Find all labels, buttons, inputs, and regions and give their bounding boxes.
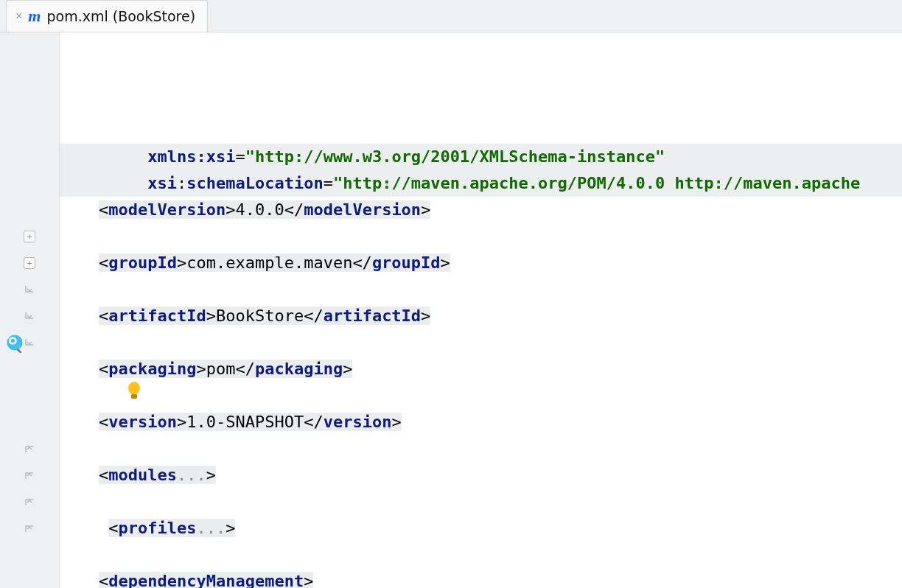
fold-up-icon[interactable] [0,435,59,462]
maven-icon: m [28,7,41,26]
gutter: + + [0,32,60,588]
fold-up-icon[interactable] [0,489,59,515]
code-line: xmlns:xsi="http://www.w3.org/2001/XMLSch… [60,144,902,170]
fold-collapse-icon[interactable] [0,276,59,303]
fold-expand-icon[interactable]: + [0,223,59,250]
code-line: <dependencyManagement> [60,568,902,588]
intention-action-icon[interactable] [4,332,25,353]
tab-title: pom.xml (BookStore) [46,8,195,24]
code-line: <artifactId>BookStore</artifactId> [60,303,902,329]
close-icon[interactable]: × [15,10,22,22]
code-line: <version>1.0-SNAPSHOT</version> [60,409,902,435]
code-area[interactable]: xmlns:xsi="http://www.w3.org/2001/XMLSch… [60,32,902,588]
fold-up-icon[interactable] [0,462,59,489]
editor-pane: + + xmlns:xsi="http://www.w3.org/2001/XM… [0,32,902,588]
code-line: <groupId>com.example.maven</groupId> [60,250,902,276]
code-line: <packaging>pom</packaging> [60,356,902,382]
svg-rect-4 [131,394,137,399]
fold-collapse-icon[interactable] [0,303,59,329]
code-line: <modules...> [60,462,902,489]
lightbulb-icon[interactable] [69,354,141,436]
code-line: <modelVersion>4.0.0</modelVersion> [60,197,902,223]
svg-point-2 [11,339,15,343]
fold-expand-icon[interactable]: + [0,250,59,276]
editor-tab[interactable]: × m pom.xml (BookStore) [6,0,208,32]
fold-up-icon[interactable] [0,515,59,542]
svg-point-3 [128,382,140,395]
code-line: <profiles...> [60,515,902,542]
tab-bar: × m pom.xml (BookStore) [0,0,902,32]
code-line: xsi:schemaLocation="http://maven.apache.… [60,170,902,197]
